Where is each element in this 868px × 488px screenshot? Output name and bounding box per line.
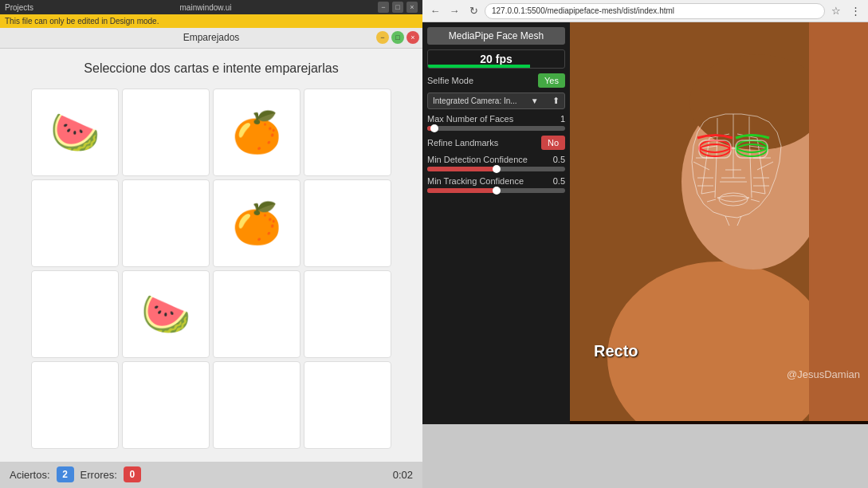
aciertos-badge: 2 — [57, 466, 74, 482]
win-minimize-btn[interactable]: − — [376, 31, 389, 44]
min-tracking-slider-thumb[interactable] — [493, 187, 501, 195]
card-3[interactable] — [304, 89, 391, 176]
game-title: Seleccione dos cartas e intente empareja… — [84, 61, 338, 76]
card-4[interactable] — [31, 179, 119, 267]
fps-bar: 20 fps — [427, 49, 565, 69]
projects-label: Projects — [5, 3, 33, 12]
back-btn[interactable]: ← — [427, 3, 443, 19]
card-15[interactable] — [304, 361, 391, 449]
card-7[interactable] — [304, 179, 391, 267]
watermark-recto: Recto — [594, 342, 638, 360]
design-mode-msg: This file can only be edited in Design m… — [5, 17, 159, 26]
max-faces-block: Max Number of Faces 1 — [427, 114, 565, 131]
camera-label: Integrated Camera: In... — [433, 96, 517, 105]
win-maximize-btn[interactable]: □ — [391, 31, 404, 44]
card-10[interactable] — [213, 270, 300, 358]
min-tracking-slider-track[interactable] — [427, 188, 565, 193]
window-title-bar: Emparejados − □ × — [0, 28, 422, 49]
mediapipe-container: MediaPipe Face Mesh 20 fps Selfie Mode Y… — [422, 22, 868, 424]
left-panel: Projects mainwindow.ui − □ × This file c… — [0, 0, 422, 488]
card-0-fruit: 🍉 — [50, 112, 100, 152]
svg-rect-4 — [809, 22, 868, 421]
camera-upload-icon: ⬆ — [552, 96, 560, 106]
selfie-mode-label: Selfie Mode — [427, 76, 473, 85]
title-bar-top: Projects mainwindow.ui − □ × — [0, 0, 422, 14]
float-btn[interactable]: □ — [392, 2, 403, 13]
card-9[interactable]: 🍉 — [122, 270, 210, 358]
file-label: mainwindow.ui — [33, 3, 378, 12]
card-0[interactable]: 🍉 — [31, 89, 119, 176]
watermark-author: @JesusDamian — [787, 368, 860, 380]
forward-btn[interactable]: → — [446, 3, 462, 19]
game-time: 0:02 — [393, 469, 413, 481]
selfie-mode-row: Selfie Mode Yes — [427, 73, 565, 88]
card-12[interactable] — [31, 361, 119, 449]
min-tracking-row: Min Tracking Confidence 0.5 — [427, 176, 565, 186]
card-5[interactable] — [122, 179, 210, 267]
card-14[interactable] — [213, 361, 300, 449]
browser-bar: ← → ↻ 127.0.0.1:5500/mediapipeface-mesh/… — [422, 0, 868, 22]
max-faces-slider-track[interactable] — [427, 126, 565, 131]
card-2[interactable]: 🍊 — [213, 89, 300, 176]
face-mesh-overlay — [570, 22, 868, 421]
design-mode-bar: This file can only be edited in Design m… — [0, 14, 422, 28]
bottom-gray-bar — [422, 424, 868, 488]
min-tracking-block: Min Tracking Confidence 0.5 — [427, 176, 565, 193]
url-bar[interactable]: 127.0.0.1:5500/mediapipeface-mesh/dist/i… — [485, 3, 825, 19]
card-grid: 🍉 🍊 🍊 🍉 — [31, 89, 391, 449]
min-tracking-label: Min Tracking Confidence — [427, 176, 524, 186]
min-detection-slider-track[interactable] — [427, 167, 565, 171]
max-faces-row: Max Number of Faces 1 — [427, 114, 565, 124]
minimize-btn[interactable]: − — [378, 2, 389, 13]
card-8[interactable] — [31, 270, 119, 358]
window-title: Emparejados — [183, 32, 240, 43]
min-detection-value: 0.5 — [553, 155, 565, 164]
camera-dropdown-icon: ▼ — [531, 96, 539, 105]
min-tracking-slider-fill — [427, 188, 497, 193]
card-6[interactable]: 🍊 — [213, 179, 300, 267]
min-detection-slider-thumb[interactable] — [493, 165, 501, 173]
min-detection-slider-fill — [427, 167, 497, 171]
refine-landmarks-value[interactable]: No — [541, 136, 565, 150]
max-faces-label: Max Number of Faces — [427, 114, 513, 124]
controls-panel: MediaPipe Face Mesh 20 fps Selfie Mode Y… — [422, 22, 570, 424]
camera-feed: Recto @JesusDamian — [570, 22, 868, 424]
card-2-fruit: 🍊 — [232, 112, 281, 152]
url-text: 127.0.0.1:5500/mediapipeface-mesh/dist/i… — [492, 6, 674, 15]
card-13[interactable] — [122, 361, 210, 449]
win-close-btn[interactable]: × — [407, 31, 419, 44]
min-detection-row: Min Detection Confidence 0.5 — [427, 155, 565, 164]
mp-title: MediaPipe Face Mesh — [427, 27, 565, 45]
min-tracking-value: 0.5 — [553, 176, 565, 186]
card-9-fruit: 🍉 — [141, 294, 190, 334]
max-faces-value: 1 — [560, 114, 565, 124]
reload-btn[interactable]: ↻ — [465, 3, 481, 19]
camera-select[interactable]: Integrated Camera: In... ▼ ⬆ — [427, 92, 565, 109]
aciertos-label: Aciertos: — [10, 469, 50, 481]
min-detection-block: Min Detection Confidence 0.5 — [427, 155, 565, 171]
card-6-fruit: 🍊 — [232, 203, 281, 243]
refine-landmarks-label: Refine Landmarks — [427, 138, 498, 148]
max-faces-slider-thumb[interactable] — [430, 124, 438, 132]
bookmark-btn[interactable]: ☆ — [828, 3, 844, 19]
status-bar: Aciertos: 2 Errores: 0 0:02 — [0, 462, 422, 488]
min-detection-label: Min Detection Confidence — [427, 155, 528, 164]
close-top-btn[interactable]: × — [407, 2, 418, 13]
refine-landmarks-row: Refine Landmarks No — [427, 136, 565, 150]
card-1[interactable] — [122, 89, 210, 176]
card-11[interactable] — [304, 270, 391, 358]
selfie-mode-value[interactable]: Yes — [538, 73, 565, 88]
right-panel: ← → ↻ 127.0.0.1:5500/mediapipeface-mesh/… — [422, 0, 868, 488]
game-area: Seleccione dos cartas e intente empareja… — [0, 49, 422, 462]
errores-badge: 0 — [124, 466, 141, 482]
settings-btn[interactable]: ⋮ — [847, 3, 863, 19]
errores-label: Errores: — [81, 469, 117, 481]
